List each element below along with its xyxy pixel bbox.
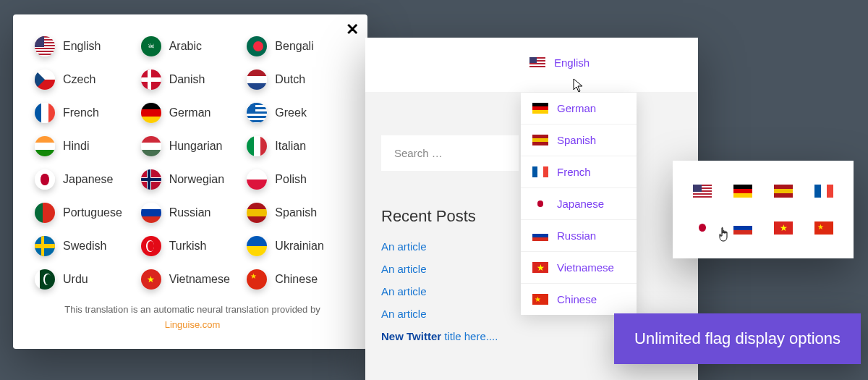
- language-option[interactable]: Portuguese: [35, 203, 138, 223]
- flag-icon: ★: [141, 269, 161, 290]
- dropdown-current-label: English: [554, 56, 590, 69]
- dropdown-item[interactable]: Russian: [521, 220, 637, 252]
- flag-icon: [247, 136, 267, 156]
- language-option[interactable]: Ukrainian: [247, 236, 350, 256]
- language-label: Dutch: [275, 73, 305, 86]
- flag-icon: [141, 103, 161, 123]
- language-option[interactable]: German: [141, 103, 244, 123]
- language-label: Japanese: [63, 173, 113, 186]
- flag-icon: [141, 169, 161, 190]
- language-label: Swedish: [63, 240, 106, 253]
- language-grid: EnglishﷻArabicBengaliCzechDanishDutchFre…: [35, 36, 350, 290]
- flag-icon: [247, 36, 267, 56]
- flag-grid-item[interactable]: [733, 221, 752, 235]
- language-option[interactable]: Japanese: [35, 169, 138, 190]
- language-label: Danish: [169, 73, 205, 86]
- dropdown-item-label: German: [557, 102, 596, 114]
- dropdown-item[interactable]: Spanish: [521, 124, 637, 156]
- flag-icon: [247, 169, 267, 190]
- language-option[interactable]: Hungarian: [141, 136, 244, 156]
- dropdown-item[interactable]: French: [521, 156, 637, 188]
- language-option[interactable]: Hindi: [35, 136, 138, 156]
- language-option[interactable]: ★Vietnamese: [141, 269, 244, 290]
- language-label: Bengali: [275, 40, 313, 53]
- language-option[interactable]: Polish: [247, 169, 350, 190]
- language-option[interactable]: Czech: [35, 69, 138, 90]
- flag-icon: ﷻ: [141, 36, 161, 56]
- dropdown-item-label: French: [557, 166, 591, 178]
- flag-grid-item[interactable]: ★: [774, 221, 793, 235]
- language-label: German: [169, 106, 211, 119]
- dropdown-item[interactable]: ★Chinese: [521, 284, 637, 315]
- language-option[interactable]: Russian: [141, 203, 244, 223]
- provider-link[interactable]: Linguise.com: [165, 319, 221, 330]
- search-input[interactable]: Search …: [381, 135, 519, 171]
- flag-icon: [247, 203, 267, 223]
- dropdown-item-label: Japanese: [557, 198, 604, 210]
- flag-icon: [247, 236, 267, 256]
- dropdown-item[interactable]: ★Vietnamese: [521, 252, 637, 284]
- flag-grid-panel: ★★: [673, 161, 854, 258]
- language-label: Russian: [169, 206, 211, 219]
- flag-icon: [532, 198, 548, 209]
- cursor-arrow-icon: [573, 78, 584, 96]
- language-option[interactable]: ★Chinese: [247, 269, 350, 290]
- flag-grid-item[interactable]: [814, 185, 833, 198]
- language-label: Arabic: [169, 40, 202, 53]
- language-option[interactable]: Spanish: [247, 203, 350, 223]
- flag-icon: [247, 103, 267, 123]
- language-option[interactable]: Bengali: [247, 36, 350, 56]
- flag-icon: [141, 236, 161, 256]
- language-option[interactable]: Dutch: [247, 69, 350, 90]
- language-dropdown-trigger[interactable]: English: [529, 56, 590, 69]
- dropdown-item-label: Chinese: [557, 293, 597, 305]
- language-option[interactable]: Norwegian: [141, 169, 244, 190]
- language-option[interactable]: Turkish: [141, 236, 244, 256]
- flag-icon: [247, 69, 267, 90]
- flag-icon: [35, 203, 55, 223]
- dropdown-item[interactable]: German: [521, 93, 637, 124]
- flag-icon: [529, 57, 545, 68]
- flag-icon: [35, 69, 55, 90]
- flag-grid-item[interactable]: [693, 185, 712, 198]
- flag-icon: ★: [247, 269, 267, 290]
- close-icon[interactable]: ✕: [346, 22, 359, 38]
- language-option[interactable]: French: [35, 103, 138, 123]
- flag-icon: [532, 135, 548, 145]
- language-label: Hungarian: [169, 140, 223, 153]
- flag-grid-item[interactable]: ★: [814, 221, 833, 235]
- flag-icon: ★: [532, 294, 548, 305]
- flag-grid-item[interactable]: [693, 221, 712, 235]
- language-option[interactable]: Danish: [141, 69, 244, 90]
- language-label: English: [63, 40, 101, 53]
- language-option[interactable]: Urdu: [35, 269, 138, 290]
- flag-grid-item[interactable]: [733, 185, 752, 198]
- language-option[interactable]: ﷻArabic: [141, 36, 244, 56]
- language-option[interactable]: English: [35, 36, 138, 56]
- language-label: Polish: [275, 173, 307, 186]
- flag-icon: [532, 230, 548, 241]
- language-dropdown-menu: GermanSpanishFrenchJapaneseRussian★Vietn…: [521, 93, 637, 315]
- flag-grid-item[interactable]: [774, 185, 793, 198]
- language-label: Ukrainian: [275, 240, 324, 253]
- flag-icon: [35, 136, 55, 156]
- language-label: Greek: [275, 106, 307, 119]
- language-label: Hindi: [63, 140, 89, 153]
- language-label: Urdu: [63, 273, 88, 286]
- language-option[interactable]: Italian: [247, 136, 350, 156]
- language-label: Turkish: [169, 240, 207, 253]
- flag-icon: [35, 269, 55, 290]
- flag-icon: [141, 203, 161, 223]
- dropdown-item[interactable]: Japanese: [521, 188, 637, 220]
- language-label: Portuguese: [63, 206, 122, 219]
- language-label: Vietnamese: [169, 273, 230, 286]
- language-picker-modal: ✕ EnglishﷻArabicBengaliCzechDanishDutchF…: [13, 14, 367, 349]
- language-option[interactable]: Greek: [247, 103, 350, 123]
- dropdown-item-label: Vietnamese: [557, 261, 614, 274]
- disclaimer-text: This translation is an automatic neural …: [35, 303, 350, 333]
- language-label: Norwegian: [169, 173, 224, 186]
- language-label: Czech: [63, 73, 95, 86]
- flag-icon: [35, 169, 55, 190]
- language-label: French: [63, 106, 99, 119]
- language-option[interactable]: Swedish: [35, 236, 138, 256]
